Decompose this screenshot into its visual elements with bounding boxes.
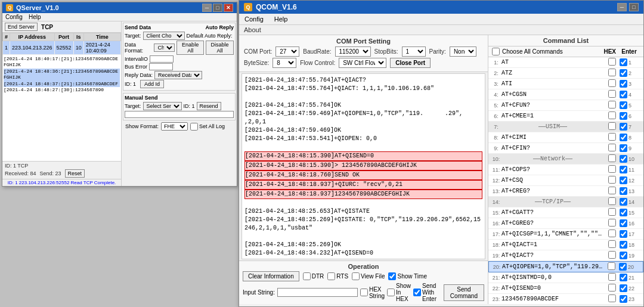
cmd-row-14[interactable]: 14: ——TCP/IP—— 14 [488, 197, 643, 207]
tcp-data-format-select[interactable]: Char [154, 44, 175, 52]
cmd-enter-cb[interactable] [620, 58, 627, 66]
cmd-row-22[interactable]: 22: AT+QISEND=0 22 [488, 283, 643, 294]
cmd-hex-cb[interactable] [608, 144, 616, 151]
show-time-checkbox[interactable] [388, 272, 396, 280]
clear-btn[interactable]: Clear Information [243, 271, 299, 281]
com-port-select[interactable]: 27 [275, 46, 299, 57]
cmd-row-16[interactable]: 16: AT+CGREG? 16 [488, 218, 643, 229]
cmd-enter-cb[interactable] [620, 252, 627, 259]
cmd-hex-cb[interactable] [608, 176, 616, 184]
stop-bits-select[interactable]: 1 [402, 46, 426, 57]
cmd-hex-cb[interactable] [608, 251, 616, 259]
cmd-row-21[interactable]: 21: AT+QISNTMD=0,0 21 [488, 272, 643, 283]
cmd-enter-cb[interactable] [620, 101, 627, 109]
cmd-row-23[interactable]: 23: 1234567890ABCDEF 23 [488, 294, 643, 304]
cmd-hex-cb[interactable] [608, 69, 616, 76]
set-all-log-checkbox[interactable] [190, 123, 198, 131]
qcom-menu-help[interactable]: Help [273, 15, 290, 23]
cmd-row-4[interactable]: 4: AT+CGSN 4 [488, 89, 643, 100]
input-string-field[interactable] [277, 288, 358, 297]
tcp-intervalio-input[interactable] [150, 55, 174, 63]
qcom-minimize-btn[interactable]: ─ [617, 3, 627, 11]
cmd-enter-cb[interactable] [620, 187, 627, 195]
cmd-hex-cb[interactable] [608, 284, 616, 292]
cmd-row-12[interactable]: 12: AT+CSQ 12 [488, 175, 643, 186]
cmd-enter-cb[interactable] [620, 80, 627, 88]
close-port-btn[interactable]: Close Port [390, 58, 431, 68]
cmd-hex-cb[interactable] [608, 58, 616, 66]
cmd-enter-cb[interactable] [620, 209, 627, 216]
add-id-btn[interactable]: Add Id [140, 80, 164, 88]
cmd-row-3[interactable]: 3: ATI 3 [488, 79, 643, 89]
cmd-row-15[interactable]: 15: AT+CGATT? 15 [488, 207, 643, 218]
tcp-minimize-btn[interactable]: ─ [202, 4, 212, 12]
tcp-close-btn[interactable]: ✕ [224, 4, 233, 12]
cmd-hex-cb[interactable] [608, 208, 616, 216]
cmd-hex-cb[interactable] [608, 273, 616, 281]
byte-size-select[interactable]: 8 [273, 58, 296, 68]
tcp-table-row[interactable]: 1 223.104.213.226 52552 10 2021-4-24 10:… [3, 41, 121, 55]
cmd-enter-cb[interactable] [620, 176, 627, 184]
cmd-enter-cb[interactable] [620, 219, 627, 227]
cmd-enter-cb[interactable] [620, 295, 627, 303]
qcom-restore-btn[interactable]: □ [629, 3, 639, 11]
qcom-menu-config[interactable]: Config [243, 15, 265, 23]
cmd-hex-cb[interactable] [608, 133, 616, 141]
tcp-bus-error-input[interactable] [149, 63, 173, 70]
cmd-hex-cb[interactable] [608, 187, 616, 194]
cmd-row-20[interactable]: 20: AT+QIOPEN=1,0,"TCP","119.29.206.29" … [488, 261, 643, 272]
tcp-target-select[interactable]: Client Cho [143, 32, 185, 40]
tcp-menu-help[interactable]: Help [29, 14, 41, 20]
cmd-hex-cb[interactable] [608, 111, 616, 119]
cmd-row-10[interactable]: 10: ——Network—— 10 [488, 154, 643, 165]
cmd-row-9[interactable]: 9: AT+CFIN? 9 [488, 143, 643, 154]
cmd-hex-cb[interactable] [608, 240, 616, 248]
cmd-enter-cb[interactable] [620, 241, 627, 249]
cmd-row-2[interactable]: 2: ATZ 2 [488, 68, 643, 79]
view-file-checkbox[interactable] [352, 272, 360, 280]
cmd-row-13[interactable]: 13: AT+CREG? 13 [488, 186, 643, 197]
cmd-hex-cb[interactable] [608, 230, 616, 237]
cmd-enter-cb[interactable] [620, 144, 627, 152]
cmd-row-17[interactable]: 17: AT+QICSGP=1,1,"CMNET","","",1 17 [488, 229, 643, 240]
cmd-row-5[interactable]: 5: AT+CFUN? 5 [488, 100, 643, 111]
disable-all-btn[interactable]: Disable All [206, 41, 234, 55]
end-server-btn[interactable]: End Server [5, 23, 38, 31]
cmd-enter-cb[interactable] [619, 263, 627, 271]
cmd-row-1[interactable]: 1: AT 1 [488, 57, 643, 68]
cmd-row-7[interactable]: 7: ——USIM—— 7 [488, 122, 643, 132]
choose-all-checkbox[interactable] [492, 48, 500, 55]
tcp-reply-data-select[interactable]: Received Data [154, 71, 202, 79]
hex-string-checkbox[interactable] [360, 289, 368, 296]
show-hex-checkbox[interactable] [387, 289, 395, 296]
cmd-row-6[interactable]: 6: AT+CMEE=1 6 [488, 111, 643, 122]
cmd-hex-cb[interactable] [608, 197, 616, 205]
cmd-hex-cb[interactable] [608, 219, 616, 227]
cmd-enter-cb[interactable] [620, 274, 627, 281]
cmd-enter-cb[interactable] [620, 134, 627, 141]
cmd-enter-cb[interactable] [620, 166, 627, 173]
cmd-enter-cb[interactable] [620, 155, 627, 163]
cmd-row-8[interactable]: 8: AT+CIMI 8 [488, 132, 643, 143]
cmd-hex-cb[interactable] [608, 165, 616, 173]
cmd-hex-cb[interactable] [608, 101, 616, 108]
cmd-enter-cb[interactable] [620, 112, 627, 120]
cmd-enter-cb[interactable] [620, 123, 627, 131]
cmd-enter-cb[interactable] [620, 230, 627, 238]
cmd-enter-cb[interactable] [620, 198, 627, 206]
send-with-enter-checkbox[interactable] [413, 289, 421, 296]
tcp-menu-config[interactable]: Config [5, 14, 23, 20]
cmd-enter-cb[interactable] [620, 91, 627, 98]
cmd-enter-cb[interactable] [620, 284, 627, 292]
cmd-hex-cb[interactable] [608, 79, 616, 87]
rts-checkbox[interactable] [327, 272, 335, 280]
qcom-about-link[interactable]: About [244, 26, 261, 33]
cmd-row-19[interactable]: 19: AT+QIACT? 19 [488, 250, 643, 261]
dtr-checkbox[interactable] [303, 272, 311, 280]
flow-control-select[interactable]: SW Ctrl Flow [339, 58, 386, 68]
cmd-row-18[interactable]: 18: AT+QIACT=1 18 [488, 240, 643, 250]
resend-btn[interactable]: Resend [197, 102, 221, 110]
tcp-restore-btn[interactable]: □ [213, 4, 222, 12]
parity-select[interactable]: None [450, 46, 476, 57]
cmd-hex-cb[interactable] [608, 90, 616, 98]
